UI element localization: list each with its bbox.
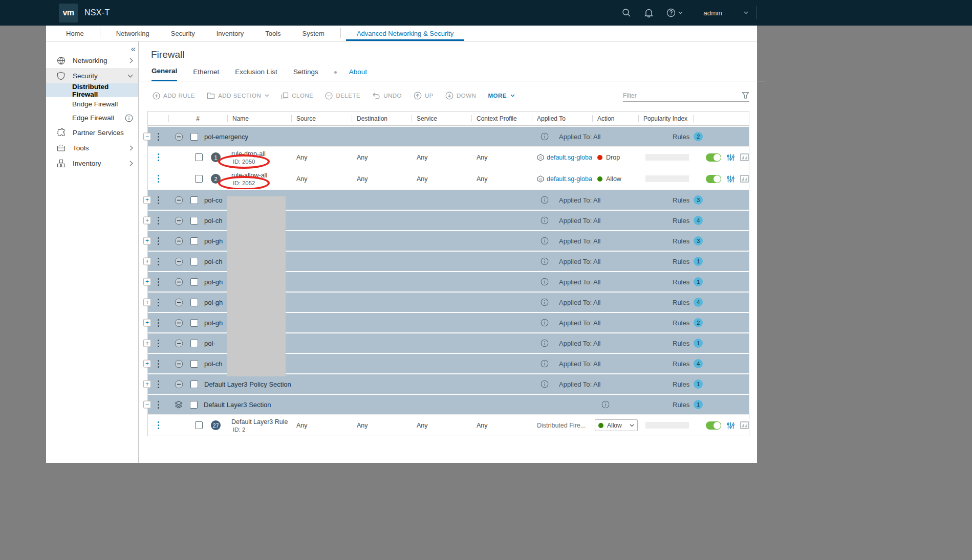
section-checkbox[interactable] (190, 217, 198, 225)
up-button[interactable]: UP (414, 92, 434, 100)
filter-funnel-icon[interactable] (742, 92, 749, 99)
rule-enabled-toggle[interactable] (706, 175, 721, 183)
collapse-section-button[interactable]: − (143, 401, 151, 409)
rule-settings-icon[interactable] (726, 421, 735, 430)
nav-tab-security[interactable]: Security (160, 26, 206, 41)
section-menu-kebab[interactable] (148, 322, 168, 324)
nav-tab-advanced-networking-security[interactable]: Advanced Networking & Security (346, 26, 464, 41)
section-checkbox[interactable] (190, 196, 198, 204)
section-checkbox[interactable] (190, 319, 198, 327)
rule-stats-icon[interactable] (740, 175, 749, 183)
user-menu-caret-icon[interactable] (744, 11, 748, 14)
section-menu-kebab[interactable] (148, 199, 168, 201)
nav-tab-networking[interactable]: Networking (105, 26, 160, 41)
applied-to-label: Applied To: All (559, 340, 600, 347)
section-checkbox[interactable] (190, 360, 198, 368)
section-menu-kebab[interactable] (148, 261, 168, 262)
rules-count-badge: 3 (694, 236, 703, 245)
nav-tab-tools[interactable]: Tools (254, 26, 291, 41)
add-rule-button[interactable]: ADD RULE (153, 92, 195, 100)
rule-menu-kebab[interactable] (148, 415, 168, 436)
down-button[interactable]: DOWN (445, 92, 476, 100)
expand-section-button[interactable]: + (143, 380, 151, 388)
more-button[interactable]: MORE (488, 93, 515, 99)
info-icon[interactable] (125, 114, 133, 122)
section-row-right: Applied To: AllRules1 (541, 379, 749, 389)
undo-button[interactable]: UNDO (372, 92, 402, 99)
user-menu[interactable]: admin (703, 9, 722, 17)
rule-stats-icon[interactable] (740, 153, 749, 161)
section-checkbox[interactable] (190, 278, 198, 286)
tab-ethernet[interactable]: Ethernet (193, 68, 219, 81)
action-dropdown[interactable]: Allow (595, 419, 638, 431)
sidebar-collapse-icon[interactable]: « (131, 44, 136, 53)
expand-section-button[interactable]: + (143, 360, 151, 368)
rule-menu-kebab[interactable] (148, 147, 168, 168)
rule-stats-icon[interactable] (740, 421, 749, 429)
clone-icon (281, 92, 289, 100)
tab-settings[interactable]: Settings (293, 68, 318, 81)
toolbar-button-label: UP (425, 93, 434, 99)
sidebar-item-inventory[interactable]: Inventory (46, 155, 138, 171)
rule-enabled-toggle[interactable] (706, 153, 721, 162)
section-menu-kebab[interactable] (148, 220, 168, 221)
expand-section-button[interactable]: + (143, 340, 151, 347)
notifications-icon[interactable] (644, 8, 654, 18)
sidebar-items: NetworkingSecurityDistributed FirewallBr… (46, 53, 138, 171)
rule-checkbox[interactable] (195, 175, 203, 183)
section-checkbox[interactable] (190, 237, 198, 245)
section-checkbox[interactable] (190, 258, 198, 265)
section-checkbox[interactable] (190, 380, 198, 388)
sidebar-item-tools[interactable]: Tools (46, 140, 138, 155)
sidebar-item-partner-services[interactable]: Partner Services (46, 125, 138, 140)
briefcase-icon (57, 144, 66, 152)
sidebar-item-distributed-firewall[interactable]: Distributed Firewall (46, 83, 138, 97)
nav-tab-home[interactable]: Home (55, 26, 95, 41)
rule-settings-icon[interactable] (726, 153, 735, 162)
expand-section-button[interactable]: + (143, 319, 151, 327)
add-section-button[interactable]: ADD SECTION (207, 92, 269, 99)
section-menu-kebab[interactable] (148, 343, 168, 344)
expand-section-button[interactable]: + (143, 258, 151, 265)
expand-section-button[interactable]: + (143, 196, 151, 204)
section-menu-kebab[interactable] (148, 302, 168, 303)
section-checkbox[interactable] (190, 133, 198, 141)
filter-input[interactable] (623, 92, 742, 99)
help-icon[interactable] (666, 8, 683, 18)
tab-general[interactable]: General (152, 67, 177, 81)
nav-tab-inventory[interactable]: Inventory (206, 26, 254, 41)
rule-checkbox[interactable] (195, 421, 203, 429)
expand-section-button[interactable]: + (143, 217, 151, 225)
collapse-section-button[interactable]: − (143, 133, 151, 141)
expand-section-button[interactable]: + (143, 278, 151, 286)
rule-enabled-toggle[interactable] (706, 421, 721, 430)
expand-section-button[interactable]: + (143, 237, 151, 245)
applied-to-link[interactable]: Gdefault.sg-global... (537, 154, 592, 161)
applied-to-link[interactable]: Gdefault.sg-global... (537, 175, 592, 183)
section-menu-kebab[interactable] (148, 404, 168, 406)
tab-about[interactable]: About (349, 68, 367, 81)
section-checkbox[interactable] (190, 299, 198, 306)
expand-section-button[interactable]: + (143, 299, 151, 306)
section-menu-kebab[interactable] (148, 281, 168, 283)
section-checkbox[interactable] (190, 340, 198, 347)
sidebar-item-security[interactable]: Security (46, 68, 138, 83)
rule-menu-kebab[interactable] (148, 168, 168, 189)
nav-tab-system[interactable]: System (292, 26, 335, 41)
section-checkbox[interactable] (190, 401, 198, 409)
sidebar-item-edge-firewall[interactable]: Edge Firewall (46, 111, 138, 125)
rule-checkbox[interactable] (195, 153, 203, 161)
sidebar-item-bridge-firewall[interactable]: Bridge Firewall (46, 97, 138, 111)
delete-button[interactable]: DELETE (325, 92, 360, 100)
rule-settings-icon[interactable] (726, 175, 735, 183)
search-icon[interactable] (621, 8, 632, 18)
clone-button[interactable]: CLONE (281, 92, 313, 100)
section-menu-kebab[interactable] (148, 384, 168, 385)
section-menu-kebab[interactable] (148, 363, 168, 365)
tab-exclusion-list[interactable]: Exclusion List (235, 68, 277, 81)
section-menu-kebab[interactable] (148, 240, 168, 242)
sidebar-item-networking[interactable]: Networking (46, 53, 138, 68)
vmware-logo[interactable]: vm (59, 4, 78, 23)
section-menu-kebab[interactable] (148, 136, 168, 138)
column-header-#: # (168, 111, 227, 125)
